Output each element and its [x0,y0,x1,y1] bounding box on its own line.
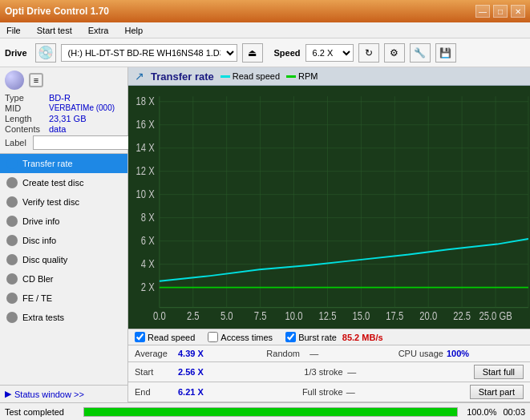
disc-header: ≡ [5,71,123,90]
menu-help[interactable]: Help [121,25,146,36]
nav-drive-info[interactable]: Drive info [0,212,127,231]
svg-text:15.0: 15.0 [352,309,370,323]
statusbar: Test completed 100.0% 00:03 [0,402,530,420]
mid-key: MID [5,103,49,113]
svg-text:18 X: 18 X [136,94,155,107]
svg-text:25.0 GB: 25.0 GB [479,309,512,323]
svg-text:5.0: 5.0 [220,309,233,323]
drive-info-icon [6,216,18,227]
disc-contents-row: Contents data [5,124,123,134]
menu-start-test[interactable]: Start test [34,25,75,36]
nav-fe-te[interactable]: FE / TE [0,289,127,308]
disc-mid-row: MID VERBATIMe (000) [5,103,123,113]
cpu-usage-stat: CPU usage 100% [399,349,524,358]
drive-label: Drive [5,48,27,58]
average-val: 4.39 X [178,349,204,358]
start-key: Start [135,367,175,377]
svg-text:20.0: 20.0 [419,309,437,323]
save-button[interactable]: 💾 [435,43,456,63]
maximize-button[interactable]: □ [493,5,508,18]
disc-settings-icon[interactable]: ≡ [29,73,43,87]
nav-drive-info-label: Drive info [22,216,59,226]
stroke1-3-val: — [347,367,356,377]
cpu-usage-key: CPU usage [399,349,443,358]
nav-disc-info-label: Disc info [22,236,56,245]
label-input[interactable] [33,135,140,150]
status-window-button[interactable]: ▶ Status window >> [0,385,127,402]
nav-create-test-disc[interactable]: Create test disc [0,173,127,192]
drive-select[interactable]: (H:) HL-DT-ST BD-RE WH16NS48 1.D3 [61,44,237,62]
end-stat: End 6.21 X [135,387,296,397]
titlebar: Opti Drive Control 1.70 — □ ✕ [0,0,530,22]
disc-quality-icon [6,254,18,265]
time-display: 00:03 [503,407,525,417]
type-val: BD-R [49,93,71,103]
right-panel: ↗ Transfer rate Read speed RPM [128,67,530,402]
config-button1[interactable]: ⚙ [384,43,405,63]
window-controls: — □ ✕ [475,5,525,18]
status-text: Test completed [5,407,77,417]
config-button2[interactable]: 🔧 [410,43,431,63]
svg-text:16 X: 16 X [136,117,155,131]
legend-rpm-label: RPM [298,71,318,81]
nav-transfer-rate[interactable]: Transfer rate [0,154,127,173]
action-row1: Start 2.56 X 1/3 stroke — Start full [128,362,530,382]
disc-label-row: Label ⚙ [5,135,123,150]
verify-test-disc-icon [6,196,18,208]
svg-text:14 X: 14 X [136,140,155,154]
svg-text:0.0: 0.0 [153,309,166,323]
burst-rate-value: 85.2 MB/s [342,333,383,342]
action-row2: End 6.21 X Full stroke — Start part [128,382,530,402]
start-full-button[interactable]: Start full [474,365,524,379]
contents-val: data [49,124,66,134]
progress-percent: 100.0% [464,407,496,417]
nav-disc-info[interactable]: Disc info [0,231,127,250]
speed-select[interactable]: 6.2 X [305,44,354,62]
nav-disc-quality-label: Disc quality [22,255,67,265]
menu-file[interactable]: File [3,25,24,36]
eject-button[interactable]: ⏏ [242,43,263,63]
disc-length-row: Length 23,31 GB [5,114,123,123]
legend-read-speed-color [220,75,230,78]
length-key: Length [5,114,49,123]
disc-info-icon [6,235,18,246]
chart-controls: Read speed Access times Burst rate 85.2 … [128,329,530,345]
access-times-checkbox[interactable] [208,332,218,342]
fe-te-icon [6,293,18,304]
burst-rate-checkbox[interactable] [285,332,296,342]
full-stroke-val: — [346,387,355,397]
svg-text:8 X: 8 X [141,210,155,224]
close-button[interactable]: ✕ [511,5,525,18]
chart-svg: 18 X 16 X 14 X 12 X 10 X 8 X 6 X 4 X 2 X… [128,86,530,329]
app-title: Opti Drive Control 1.70 [5,6,109,17]
svg-text:4 X: 4 X [141,256,155,270]
nav-cd-bler[interactable]: CD Bler [0,269,127,289]
start-stat: Start 2.56 X [135,367,297,377]
refresh-button[interactable]: ↻ [358,43,379,63]
legend-rpm: RPM [286,71,318,81]
nav-disc-quality[interactable]: Disc quality [0,250,127,269]
average-key: Average [135,349,175,358]
main-area: ≡ Type BD-R MID VERBATIMe (000) Length 2… [0,67,530,402]
chart-header: ↗ Transfer rate Read speed RPM [128,67,530,86]
nav-extra-tests[interactable]: Extra tests [0,308,127,327]
read-speed-checkbox[interactable] [135,332,145,342]
svg-text:2.5: 2.5 [187,309,200,323]
minimize-button[interactable]: — [475,5,490,18]
access-times-check-label: Access times [220,333,273,342]
drive-icon: 💿 [35,43,56,63]
status-window-label: Status window >> [14,390,84,399]
menubar: File Start test Extra Help [0,22,530,38]
svg-text:7.5: 7.5 [254,309,267,323]
status-window-icon: ▶ [5,389,11,399]
nav-cd-bler-label: CD Bler [22,274,54,284]
start-part-button[interactable]: Start part [470,385,524,399]
type-key: Type [5,93,49,103]
cpu-usage-val: 100% [447,349,469,358]
nav-fe-te-label: FE / TE [22,293,52,303]
end-val: 6.21 X [178,387,204,397]
menu-extra[interactable]: Extra [85,25,112,36]
nav-verify-test-disc[interactable]: Verify test disc [0,192,127,212]
progress-bar [83,407,458,417]
read-speed-check-label: Read speed [148,333,195,342]
